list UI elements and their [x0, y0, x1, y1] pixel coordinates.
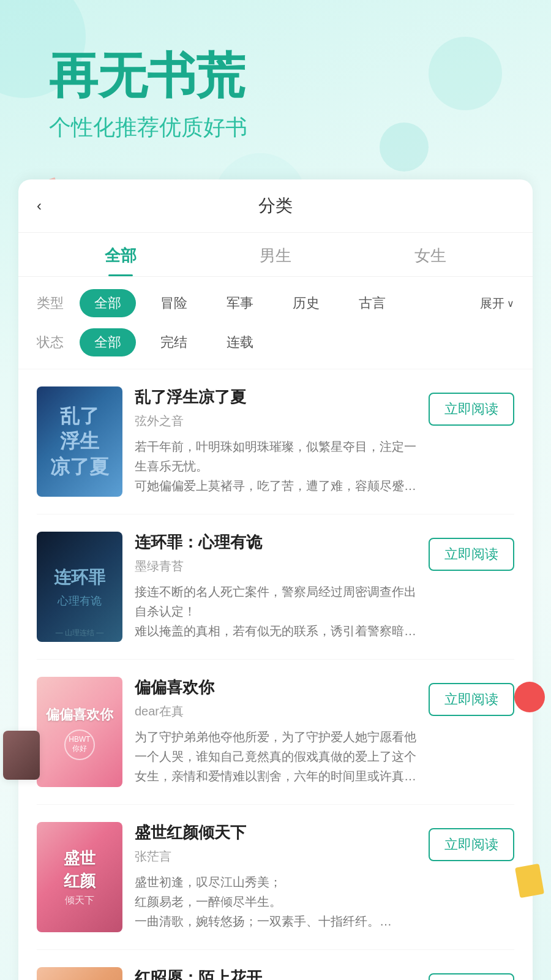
expand-button[interactable]: 展开 ∨: [480, 295, 514, 312]
book-title-4: 盛世红颜倾天下: [135, 822, 416, 843]
filter-type-tags: 全部 冒险 军事 历史 古言: [80, 289, 480, 317]
filter-type-all[interactable]: 全部: [80, 289, 136, 317]
book-info-5: 红昭愿：陌上花开…: [135, 967, 416, 980]
hero-section: 再无书荒 个性化推荐优质好书: [0, 0, 551, 167]
filter-status-all[interactable]: 全部: [80, 328, 136, 356]
book-cover-5: 红昭愿: [37, 967, 122, 980]
tab-male[interactable]: 男生: [198, 245, 353, 276]
book-cover-1: 乱了浮生凉了夏: [37, 386, 122, 497]
filter-section: 类型 全部 冒险 军事 历史 古言 展开 ∨ 状态 全部 完结 连载: [18, 277, 533, 369]
book-author-2: 墨绿青苔: [135, 558, 416, 575]
book-desc-1: 若干年前，叶明珠如明珠璀璨，似繁星夺目，注定一生喜乐无忧。可她偏偏爱上莫褚寻，吃…: [135, 437, 416, 496]
book-title-3: 偏偏喜欢你: [135, 677, 416, 698]
back-button[interactable]: ‹: [37, 197, 42, 214]
book-info-3: 偏偏喜欢你 dear在真 为了守护弟弟他夺他所爱，为了守护爱人她宁愿看他一个人哭…: [135, 677, 416, 786]
main-card: ‹ 分类 全部 男生 女生 类型 全部 冒险 军事 历史 古言 展开 ∨ 状态: [18, 179, 533, 980]
book-info-1: 乱了浮生凉了夏 弦外之音 若干年前，叶明珠如明珠璀璨，似繁星夺目，注定一生喜乐无…: [135, 386, 416, 496]
read-button-5[interactable]: 立即阅读: [429, 973, 514, 980]
read-button-4[interactable]: 立即阅读: [429, 828, 514, 861]
book-author-1: 弦外之音: [135, 413, 416, 429]
book-info-2: 连环罪：心理有诡 墨绿青苔 接连不断的名人死亡案件，警察局经过周密调查作出自杀认…: [135, 532, 416, 641]
book-info-4: 盛世红颜倾天下 张茫言 盛世初逢，叹尽江山秀美；红颜易老，一醉倾尽半生。一曲清歌…: [135, 822, 416, 931]
book-item: 乱了浮生凉了夏 乱了浮生凉了夏 弦外之音 若干年前，叶明珠如明珠璀璨，似繁星夺目…: [37, 369, 514, 514]
filter-type-military[interactable]: 军事: [212, 289, 268, 317]
book-actions-1: 立即阅读: [429, 386, 514, 497]
book-title-5: 红昭愿：陌上花开…: [135, 967, 416, 980]
filter-status-tags: 全部 完结 连载: [80, 328, 514, 356]
book-author-3: dear在真: [135, 703, 416, 720]
filter-status-finished[interactable]: 完结: [146, 328, 202, 356]
filter-type-history[interactable]: 历史: [278, 289, 334, 317]
book-list: 乱了浮生凉了夏 乱了浮生凉了夏 弦外之音 若干年前，叶明珠如明珠璀璨，似繁星夺目…: [18, 369, 533, 980]
book-actions-2: 立即阅读: [429, 532, 514, 642]
filter-type-ancient[interactable]: 古言: [344, 289, 400, 317]
book-actions-3: 立即阅读: [429, 677, 514, 787]
filter-type-adventure[interactable]: 冒险: [146, 289, 202, 317]
filter-status-label: 状态: [37, 333, 80, 352]
page-title: 分类: [258, 194, 293, 217]
side-card-left: [3, 731, 40, 780]
book-author-4: 张茫言: [135, 848, 416, 865]
read-button-3[interactable]: 立即阅读: [429, 683, 514, 716]
read-button-2[interactable]: 立即阅读: [429, 538, 514, 571]
chevron-down-icon: ∨: [507, 298, 514, 309]
tab-bar: 全部 男生 女生: [18, 233, 533, 277]
tab-female[interactable]: 女生: [353, 245, 508, 276]
filter-type-row: 类型 全部 冒险 军事 历史 古言 展开 ∨: [37, 289, 514, 317]
hero-subtitle: 个性化推荐优质好书: [49, 113, 502, 143]
book-desc-4: 盛世初逢，叹尽江山秀美；红颜易老，一醉倾尽半生。一曲清歌，婉转悠扬；一双素手、十…: [135, 872, 416, 931]
book-item: 红昭愿 红昭愿：陌上花开… 立即阅读: [37, 950, 514, 980]
tab-all[interactable]: 全部: [43, 245, 198, 276]
book-desc-3: 为了守护弟弟他夺他所爱，为了守护爱人她宁愿看他一个人哭，谁知自己竟然真的假戏真做…: [135, 727, 416, 786]
filter-status-row: 状态 全部 完结 连载: [37, 328, 514, 356]
read-button-1[interactable]: 立即阅读: [429, 393, 514, 426]
book-item: 连环罪 心理有诡 — 山理连结 — 连环罪：心理有诡 墨绿青苔 接连不断的名人死…: [37, 514, 514, 660]
book-item: 盛世红颜 倾天下 盛世红颜倾天下 张茫言 盛世初逢，叹尽江山秀美；红颜易老，一醉…: [37, 805, 514, 950]
hero-title: 再无书荒: [49, 49, 502, 103]
book-actions-4: 立即阅读: [429, 822, 514, 932]
book-item: 偏偏喜欢你 HBWT你好 偏偏喜欢你 dear在真 为了守护弟弟他夺他所爱，为了…: [37, 660, 514, 805]
side-decoration-yellow: [515, 864, 544, 898]
book-actions-5: 立即阅读: [429, 967, 514, 980]
filter-type-label: 类型: [37, 294, 80, 312]
book-cover-2: 连环罪 心理有诡 — 山理连结 —: [37, 532, 122, 642]
book-title-1: 乱了浮生凉了夏: [135, 386, 416, 408]
filter-status-ongoing[interactable]: 连载: [212, 328, 268, 356]
side-decoration-red: [514, 682, 545, 712]
book-cover-3: 偏偏喜欢你 HBWT你好: [37, 677, 122, 787]
book-title-2: 连环罪：心理有诡: [135, 532, 416, 553]
book-cover-4: 盛世红颜 倾天下: [37, 822, 122, 932]
top-bar: ‹ 分类: [18, 179, 533, 233]
book-desc-2: 接连不断的名人死亡案件，警察局经过周密调查作出自杀认定！难以掩盖的真相，若有似无…: [135, 582, 416, 641]
